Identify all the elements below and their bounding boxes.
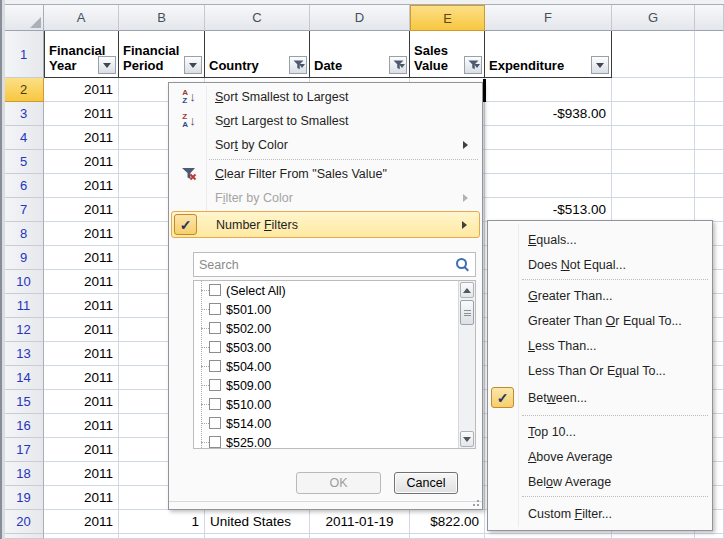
row-header-13[interactable]: 13	[0, 342, 44, 366]
submenu-item-between[interactable]: ✓ Between...	[490, 384, 710, 412]
submenu-item-below-average[interactable]: Below Average	[490, 469, 710, 494]
menu-item-sort-by-color[interactable]: Sort by Color	[171, 133, 480, 157]
row-header-18[interactable]: 18	[0, 462, 44, 486]
cell-F7[interactable]: -$513.00	[485, 198, 612, 222]
cell-H7[interactable]	[695, 198, 724, 222]
scroll-up-button[interactable]	[460, 282, 474, 298]
cell-F3[interactable]: -$938.00	[485, 102, 612, 126]
submenu-item-greater-than[interactable]: Greater Than...	[490, 283, 710, 308]
cell-G7[interactable]	[612, 198, 695, 222]
row-header-15[interactable]: 15	[0, 390, 44, 414]
header-cell-expenditure[interactable]: Expenditure	[485, 31, 612, 78]
cell-E20[interactable]: $822.00	[410, 510, 485, 534]
column-header-F[interactable]: F	[485, 5, 612, 31]
cell-H5[interactable]	[695, 150, 724, 174]
filter-value-option[interactable]: $514.00	[194, 414, 475, 433]
date-filter-button[interactable]	[389, 56, 407, 74]
cell-H1-partial[interactable]	[695, 31, 724, 78]
row-header-7[interactable]: 7	[0, 198, 44, 222]
submenu-item-less-than[interactable]: Less Than...	[490, 333, 710, 358]
submenu-item-top-10[interactable]: Top 10...	[490, 419, 710, 444]
cell-A2[interactable]: 2011	[44, 78, 119, 102]
column-header-partial[interactable]	[695, 5, 724, 31]
financial-period-filter-button[interactable]	[184, 56, 202, 74]
ok-button[interactable]: OK	[296, 472, 381, 494]
cell-D20[interactable]: 2011-01-19	[310, 510, 410, 534]
financial-year-filter-button[interactable]	[98, 56, 116, 74]
filter-value-option[interactable]: $525.00	[194, 433, 475, 449]
cell-A7[interactable]: 2011	[44, 198, 119, 222]
checkbox-unchecked[interactable]	[209, 436, 221, 448]
menu-item-clear-filter[interactable]: Clear Filter From "Sales Value"	[171, 162, 480, 186]
cell-A15[interactable]: 2011	[44, 390, 119, 414]
submenu-item-custom-filter[interactable]: Custom Filter...	[490, 500, 710, 527]
row-header-8[interactable]: 8	[0, 222, 44, 246]
cell-G6[interactable]	[612, 174, 695, 198]
cell-G3[interactable]	[612, 102, 695, 126]
submenu-item-less-than-or-equal-to[interactable]: Less Than Or Equal To...	[490, 358, 710, 383]
cancel-button[interactable]: Cancel	[394, 472, 458, 494]
scroll-down-button[interactable]	[460, 431, 474, 447]
row-header-6[interactable]: 6	[0, 174, 44, 198]
cell-A3[interactable]: 2011	[44, 102, 119, 126]
row-header-3[interactable]: 3	[0, 102, 44, 126]
cell-A20[interactable]: 2011	[44, 510, 119, 534]
cell-A4[interactable]: 2011	[44, 126, 119, 150]
checkbox-unchecked[interactable]	[209, 398, 221, 410]
header-cell-date[interactable]: Date	[310, 31, 410, 78]
row-header-4[interactable]: 4	[0, 126, 44, 150]
column-header-D[interactable]: D	[310, 5, 410, 31]
cell-F4[interactable]	[485, 126, 612, 150]
filter-value-option[interactable]: $504.00	[194, 357, 475, 376]
cell-B20[interactable]: 1	[119, 510, 205, 534]
column-header-B[interactable]: B	[119, 5, 205, 31]
row-header-9[interactable]: 9	[0, 246, 44, 270]
submenu-item-above-average[interactable]: Above Average	[490, 444, 710, 469]
cell-C20[interactable]: United States	[205, 510, 310, 534]
filter-value-option[interactable]: $501.00	[194, 300, 475, 319]
row-header-19[interactable]: 19	[0, 486, 44, 510]
checkbox-unchecked[interactable]	[209, 303, 221, 315]
filter-value-option[interactable]: $502.00	[194, 319, 475, 338]
cell-A16[interactable]: 2011	[44, 414, 119, 438]
cell-F6[interactable]	[485, 174, 612, 198]
column-header-C[interactable]: C	[205, 5, 310, 31]
checkbox-unchecked[interactable]	[209, 360, 221, 372]
cell-A8[interactable]: 2011	[44, 222, 119, 246]
row-header-11[interactable]: 11	[0, 294, 44, 318]
cell-A12[interactable]: 2011	[44, 318, 119, 342]
header-cell-financial-year[interactable]: Financial Year	[44, 31, 119, 78]
cell-A18[interactable]: 2011	[44, 462, 119, 486]
filter-value-option[interactable]: $509.00	[194, 376, 475, 395]
select-all-corner[interactable]	[0, 5, 44, 31]
submenu-item-does-not-equal[interactable]: Does Not Equal...	[490, 252, 710, 277]
row-header-14[interactable]: 14	[0, 366, 44, 390]
checkbox-unchecked[interactable]	[209, 341, 221, 353]
cell-G1[interactable]	[612, 31, 695, 78]
row-header-2[interactable]: 2	[0, 78, 44, 102]
list-scrollbar[interactable]	[458, 281, 475, 448]
header-cell-sales-value[interactable]: Sales Value	[410, 31, 485, 78]
search-input[interactable]	[194, 253, 475, 276]
submenu-item-equals[interactable]: Equals...	[490, 227, 710, 252]
row-header-17[interactable]: 17	[0, 438, 44, 462]
cell-A13[interactable]: 2011	[44, 342, 119, 366]
cell-A19[interactable]: 2011	[44, 486, 119, 510]
cell-A10[interactable]: 2011	[44, 270, 119, 294]
filter-value-option[interactable]: $510.00	[194, 395, 475, 414]
cell-G4[interactable]	[612, 126, 695, 150]
column-header-E[interactable]: E	[410, 5, 485, 31]
menu-item-number-filters[interactable]: ✓ Number Filters	[171, 211, 480, 238]
cell-A11[interactable]: 2011	[44, 294, 119, 318]
cell-A5[interactable]: 2011	[44, 150, 119, 174]
cell-H4[interactable]	[695, 126, 724, 150]
menu-item-sort-largest-to-smallest[interactable]: ZA ↓ Sort Largest to Smallest	[171, 109, 480, 133]
row-header-1[interactable]: 1	[0, 31, 44, 78]
resize-grip[interactable]	[467, 498, 479, 506]
cell-A9[interactable]: 2011	[44, 246, 119, 270]
sales-value-filter-button[interactable]	[464, 56, 482, 74]
column-header-A[interactable]: A	[44, 5, 119, 31]
row-header-5[interactable]: 5	[0, 150, 44, 174]
cell-A17[interactable]: 2011	[44, 438, 119, 462]
scrollbar-thumb[interactable]	[460, 300, 474, 325]
